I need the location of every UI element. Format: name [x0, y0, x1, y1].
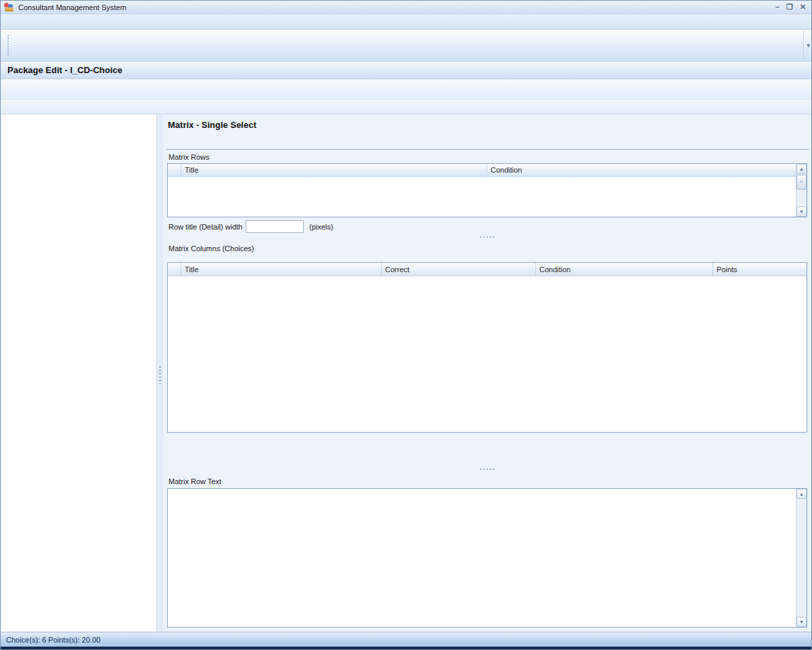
matrix-rows-col-condition[interactable]: Condition — [487, 164, 797, 176]
scroll-down-icon[interactable]: ▼ — [796, 207, 807, 217]
package-tree — [1, 114, 157, 632]
matrix-rows-label: Matrix Rows — [168, 153, 210, 161]
format-toolbar — [1, 100, 812, 114]
matrix-rows-scrollbar[interactable]: ▲ ▼ — [796, 164, 807, 217]
title-bar: Consultant Management System – ❐ ✕ — [1, 1, 812, 14]
item-editor-panel: Matrix - Single Select Matrix Rows Title… — [163, 114, 812, 632]
matrix-columns-table: Title Correct Condition Points — [167, 262, 807, 433]
minimize-button[interactable]: – — [775, 3, 780, 12]
close-button[interactable]: ✕ — [800, 3, 806, 12]
toolbar-overflow-chevron-icon[interactable]: ▾ — [803, 30, 812, 61]
taskbar-strip — [1, 647, 812, 650]
scroll-up-icon[interactable]: ▲ — [796, 164, 807, 174]
matrix-cols-col-correct[interactable]: Correct — [382, 263, 536, 276]
scroll-down-icon[interactable]: ▼ — [796, 617, 807, 627]
row-title-width-label: Row title (Detail) width — [168, 223, 242, 231]
horizontal-splitter[interactable]: ••••• — [163, 234, 812, 240]
status-text: Choice(s): 6 Points(s): 20.00 — [6, 636, 100, 644]
scroll-up-icon[interactable]: ▲ — [796, 489, 807, 499]
package-edit-title: Package Edit - I_CD-Choice — [7, 65, 122, 75]
matrix-columns-label: Matrix Columns (Choices) — [168, 244, 254, 253]
matrix-row-text-area[interactable]: ▲ ▼ — [167, 488, 807, 628]
window-title: Consultant Management System — [18, 3, 127, 12]
package-edit-header: Package Edit - I_CD-Choice — [1, 62, 812, 79]
matrix-row-text-scrollbar[interactable]: ▲ ▼ — [796, 489, 807, 627]
matrix-row-text-label: Matrix Row Text — [168, 477, 221, 485]
status-bar: Choice(s): 6 Points(s): 20.00 — [1, 632, 812, 647]
toolbar-grip[interactable] — [7, 35, 11, 56]
editor-heading: Matrix - Single Select — [168, 120, 256, 130]
edit-toolbar — [1, 79, 812, 100]
scroll-thumb[interactable] — [796, 175, 807, 190]
matrix-rows-col-title[interactable]: Title — [181, 164, 487, 176]
matrix-cols-col-condition[interactable]: Condition — [536, 263, 713, 276]
pixels-label: (pixels) — [309, 223, 333, 231]
matrix-cols-col-title[interactable]: Title — [181, 263, 382, 276]
row-title-width-input[interactable] — [246, 220, 304, 233]
menu-bar — [1, 14, 812, 30]
horizontal-splitter[interactable]: ••••• — [163, 466, 812, 472]
app-logo-icon — [4, 3, 15, 12]
vertical-splitter[interactable] — [157, 114, 163, 632]
app-window: Consultant Management System – ❐ ✕ ▾ Pac… — [0, 0, 812, 650]
matrix-rows-table: Title Condition ▲ ▼ — [167, 163, 807, 217]
matrix-cols-col-points[interactable]: Points — [713, 263, 807, 276]
main-toolbar: ▾ — [1, 30, 812, 62]
restore-button[interactable]: ❐ — [786, 3, 793, 12]
